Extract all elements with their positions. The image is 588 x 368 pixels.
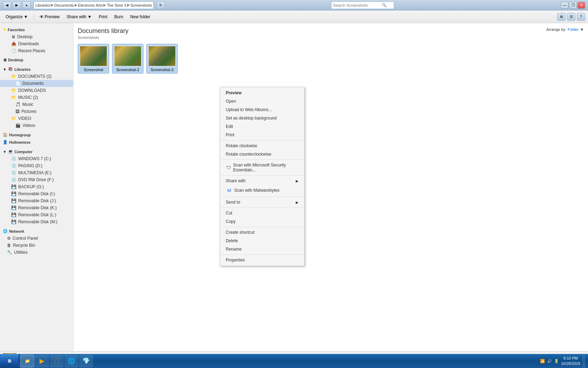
address-bar[interactable]: Libraries ▶ Documents ▶ Electronic Arts … [34, 1, 154, 9]
arrange-by-value[interactable]: Folder [568, 27, 579, 32]
help-button[interactable]: ? [577, 13, 585, 21]
sidebar-item-music[interactable]: 🎵 Music [0, 101, 73, 108]
up-button[interactable]: ▲ [22, 1, 31, 9]
minimize-button[interactable]: — [561, 2, 568, 9]
breadcrumb-sims[interactable]: The Sims 3 [107, 3, 126, 7]
ctx-item-rotate-cw[interactable]: Rotate clockwise [220, 142, 304, 150]
ctx-item-delete[interactable]: Delete [220, 237, 304, 245]
arrange-by-arrow-icon: ▼ [580, 27, 584, 32]
restore-button[interactable]: ❐ [569, 2, 577, 9]
sidebar-item-videos[interactable]: 🎬 Videos [0, 122, 73, 129]
show-desktop-button[interactable] [582, 355, 585, 367]
sidebar-item-f-drive[interactable]: 💿 DVD RW Drive (F:) [0, 176, 73, 183]
share-with-button[interactable]: Share with ▼ [64, 12, 94, 22]
sidebar-libraries-header[interactable]: ▼ 📚 Libraries [0, 66, 73, 73]
ctx-item-send-to[interactable]: Send to ▶ [220, 198, 304, 206]
sidebar-item-recycle-bin[interactable]: 🗑 Recycle Bin [0, 242, 73, 249]
file-item-1[interactable]: Screenshot [78, 44, 109, 74]
sidebar-item-dwnloads[interactable]: 📁 DOWNLOADS [0, 87, 73, 94]
ctx-item-open[interactable]: Open [220, 97, 304, 105]
taskbar-app-chrome[interactable]: 🌐 [64, 355, 78, 367]
recent-label: Recent Places [18, 48, 45, 53]
c-drive-icon: 💿 [11, 156, 16, 161]
back-button[interactable]: ◀ [3, 1, 11, 9]
ctx-item-preview[interactable]: Preview [220, 89, 304, 97]
breadcrumb-screenshots[interactable]: Screenshots [131, 3, 152, 7]
search-bar[interactable]: 🔍 [331, 1, 394, 9]
sidebar-desktop-header[interactable]: 🖥 Desktop [0, 56, 73, 63]
sidebar-item-video2[interactable]: 📁 VIDEO [0, 115, 73, 122]
ctx-item-rotate-ccw[interactable]: Rotate counterclockwise [220, 150, 304, 158]
taskbar-app-sims[interactable]: 💎 [79, 355, 93, 367]
sidebar-item-documents2[interactable]: 📁 DOCUMENTS (2) [0, 73, 73, 80]
security-essentials-icon: 🛡 [226, 164, 232, 171]
start-button[interactable]: ⊞ [0, 354, 19, 368]
burn-button[interactable]: Burn [112, 12, 126, 22]
sidebar-hollowness-header[interactable]: 👤 Hollowness [0, 138, 73, 146]
breadcrumb-documents[interactable]: Documents [54, 3, 74, 7]
sidebar-computer-header[interactable]: ▼ 💻 Computer [0, 148, 73, 155]
sidebar-item-recent[interactable]: 🕐 Recent Places [0, 47, 73, 54]
ctx-item-security-scan[interactable]: 🛡 Scan with Microsoft Security Essential… [220, 161, 304, 174]
organize-button[interactable]: Organize ▼ [3, 12, 31, 22]
sidebar-favorites-header[interactable]: ★ Favorites [0, 26, 73, 33]
taskbar-app-media[interactable]: ▶ [35, 355, 49, 367]
ctx-open-label: Open [226, 99, 236, 104]
breadcrumb-libraries[interactable]: Libraries [35, 3, 50, 7]
ctx-item-share-with[interactable]: Share with ▶ [220, 177, 304, 185]
ctx-item-edit[interactable]: Edit [220, 122, 304, 131]
view-details-button[interactable]: ☰ [567, 13, 575, 21]
computer-icon: ▼ [3, 150, 7, 154]
new-folder-button[interactable]: New folder [127, 12, 153, 22]
ctx-item-print[interactable]: Print [220, 131, 304, 139]
sidebar-item-i-drive[interactable]: 💾 Removable Disk (I:) [0, 190, 73, 197]
ctx-item-malwarebytes[interactable]: M Scan with Malwarebytes [220, 185, 304, 196]
ctx-item-upload[interactable]: Upload to Web Albums... [220, 105, 304, 114]
ctx-security-label: Scan with Microsoft Security Essentials.… [233, 163, 299, 172]
sidebar-item-pictures[interactable]: 🖼 Pictures [0, 108, 73, 115]
taskbar-app-vlc[interactable]: 🎵 [50, 355, 64, 367]
sidebar-item-music2[interactable]: 📁 MUSIC (2) [0, 94, 73, 101]
file-item-2[interactable]: Screenshot-2 [112, 44, 144, 74]
sidebar-item-k-drive[interactable]: 💾 Removable Disk (K:) [0, 204, 73, 211]
desktop-icon: 🖥 [11, 34, 15, 39]
ctx-separator-7 [220, 254, 304, 255]
m-drive-label: Removable Disk (M:) [18, 219, 57, 224]
sidebar-item-c-drive[interactable]: 💿 WINDOWS 7 (C:) [0, 155, 73, 162]
sidebar-item-control-panel[interactable]: ⚙ Control Panel [0, 235, 73, 242]
sidebar-item-d-drive[interactable]: 💿 PAGING (D:) [0, 162, 73, 169]
clock[interactable]: 8:10 PM 10/28/2019 [561, 356, 580, 367]
sidebar-item-m-drive[interactable]: 💾 Removable Disk (M:) [0, 218, 73, 225]
network-icon: 🌐 [3, 229, 8, 233]
refresh-button[interactable]: ↻ [156, 1, 165, 9]
sidebar-item-utilities[interactable]: 🔧 Utilities [0, 249, 73, 256]
print-button[interactable]: Print [96, 12, 110, 22]
sidebar-network-header[interactable]: 🌐 Network [0, 227, 73, 235]
file-item-3[interactable]: Screenshot-3 [146, 44, 178, 74]
chrome-icon: 🌐 [68, 357, 75, 365]
sidebar-item-downloads[interactable]: 📥 Downloads [0, 40, 73, 47]
ctx-item-create-shortcut[interactable]: Create shortcut [220, 228, 304, 237]
taskbar-app-explorer[interactable]: 📁 [20, 355, 34, 367]
file-thumbnail-img-1 [80, 46, 107, 66]
sidebar-item-j-drive[interactable]: 💾 Removable Disk (J:) [0, 197, 73, 204]
sidebar-item-desktop[interactable]: 🖥 Desktop [0, 33, 73, 40]
sidebar-item-documents[interactable]: 📄 Documents [0, 80, 73, 87]
sidebar-item-l-drive[interactable]: 💾 Removable Disk (L:) [0, 211, 73, 218]
close-button[interactable]: ✕ [578, 2, 585, 9]
forward-button[interactable]: ▶ [13, 1, 21, 9]
view-tiles-button[interactable]: ⊞ [557, 13, 566, 21]
search-input[interactable] [333, 3, 382, 7]
control-panel-icon: ⚙ [7, 236, 11, 241]
ctx-item-cut[interactable]: Cut [220, 209, 304, 217]
sidebar-item-g-drive[interactable]: 💾 BACKUP (G:) [0, 183, 73, 190]
breadcrumb-ea[interactable]: Electronic Arts [78, 3, 103, 7]
ctx-item-rename[interactable]: Rename [220, 245, 304, 253]
ctx-item-properties[interactable]: Properties [220, 256, 304, 264]
ctx-item-copy[interactable]: Copy [220, 217, 304, 226]
preview-button[interactable]: 👁 Preview [37, 12, 63, 22]
sidebar-item-e-drive[interactable]: 💿 MULTIMEDIA (E:) [0, 169, 73, 176]
ctx-item-set-wallpaper[interactable]: Set as desktop background [220, 114, 304, 122]
sidebar-homegroup-header[interactable]: 🏠 Homegroup [0, 131, 73, 138]
f-drive-icon: 💿 [11, 177, 16, 182]
